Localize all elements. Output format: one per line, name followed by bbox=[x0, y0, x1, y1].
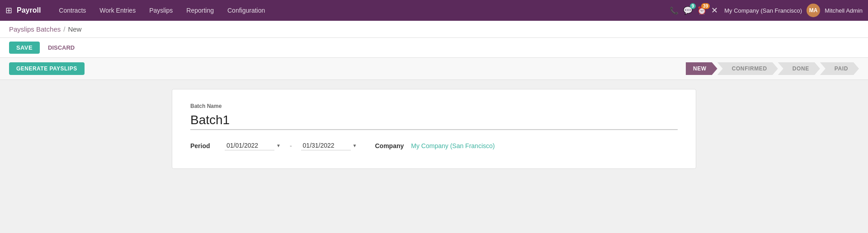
form-row-period-company: Period ▼ - ▼ Company My Company (San Fra… bbox=[190, 141, 678, 150]
grid-icon[interactable]: ⊞ bbox=[5, 5, 12, 15]
batch-name-label: Batch Name bbox=[190, 103, 678, 109]
period-start-dropdown-icon[interactable]: ▼ bbox=[276, 143, 281, 148]
period-start-wrap: ▼ bbox=[225, 141, 281, 150]
main-content: Batch Name Period ▼ - ▼ Company My Compa… bbox=[0, 80, 868, 215]
step-confirmed[interactable]: CONFIRMED bbox=[717, 62, 778, 75]
menu-item-configuration[interactable]: Configuration bbox=[222, 5, 270, 16]
activities-badge: 39 bbox=[701, 3, 710, 9]
breadcrumb-current: New bbox=[68, 25, 81, 33]
menu-item-payslips[interactable]: Payslips bbox=[144, 5, 178, 16]
generate-payslips-button[interactable]: GENERATE PAYSLIPS bbox=[9, 62, 85, 75]
menu-item-contracts[interactable]: Contracts bbox=[53, 5, 91, 16]
step-new[interactable]: NEW bbox=[686, 62, 717, 75]
discard-button[interactable]: DISCARD bbox=[44, 42, 78, 54]
status-bar: GENERATE PAYSLIPS NEW CONFIRMED DONE PAI… bbox=[0, 58, 868, 80]
app-name[interactable]: Payroll bbox=[17, 6, 41, 14]
toolbar: SAVE DISCARD bbox=[0, 38, 868, 58]
period-end-input[interactable] bbox=[301, 141, 351, 150]
avatar[interactable]: MA bbox=[807, 4, 820, 17]
notifications-icon[interactable]: 💬 9 bbox=[683, 6, 693, 15]
step-confirmed-label: CONFIRMED bbox=[717, 62, 778, 75]
save-button[interactable]: SAVE bbox=[9, 42, 40, 54]
period-separator: - bbox=[290, 142, 292, 149]
status-steps: NEW CONFIRMED DONE PAID bbox=[686, 62, 859, 75]
top-navigation: ⊞ Payroll Contracts Work Entries Payslip… bbox=[0, 0, 868, 21]
phone-icon[interactable]: 📞 bbox=[670, 6, 679, 15]
period-group: Period ▼ - ▼ bbox=[190, 141, 357, 150]
menu-item-work-entries[interactable]: Work Entries bbox=[94, 5, 141, 16]
period-end-dropdown-icon[interactable]: ▼ bbox=[353, 143, 357, 148]
breadcrumb-parent[interactable]: Payslips Batches bbox=[9, 25, 61, 33]
company-group: Company My Company (San Francisco) bbox=[375, 142, 495, 149]
step-new-label: NEW bbox=[686, 62, 717, 75]
step-done[interactable]: DONE bbox=[778, 62, 820, 75]
breadcrumb: Payslips Batches / New bbox=[0, 21, 868, 38]
company-label: My Company (San Francisco) bbox=[724, 7, 802, 14]
avatar-initials: MA bbox=[809, 7, 818, 14]
period-label: Period bbox=[190, 142, 217, 149]
close-icon[interactable]: ✕ bbox=[711, 5, 718, 15]
notifications-badge: 9 bbox=[690, 3, 696, 9]
menu-item-reporting[interactable]: Reporting bbox=[181, 5, 219, 16]
step-done-label: DONE bbox=[778, 62, 820, 75]
period-start-input[interactable] bbox=[225, 141, 274, 150]
company-value-link[interactable]: My Company (San Francisco) bbox=[411, 142, 495, 149]
step-paid-label: PAID bbox=[820, 62, 859, 75]
period-end-wrap: ▼ bbox=[301, 141, 357, 150]
main-menu: Contracts Work Entries Payslips Reportin… bbox=[53, 5, 670, 16]
breadcrumb-separator: / bbox=[63, 25, 65, 33]
topnav-right-section: 📞 💬 9 ⏰ 39 ✕ My Company (San Francisco) … bbox=[670, 4, 863, 17]
activities-icon[interactable]: ⏰ 39 bbox=[697, 6, 707, 15]
step-paid[interactable]: PAID bbox=[820, 62, 859, 75]
username-label[interactable]: Mitchell Admin bbox=[825, 7, 863, 14]
form-card: Batch Name Period ▼ - ▼ Company My Compa… bbox=[172, 89, 696, 169]
batch-name-input[interactable] bbox=[190, 111, 678, 130]
company-label: Company bbox=[375, 142, 404, 149]
